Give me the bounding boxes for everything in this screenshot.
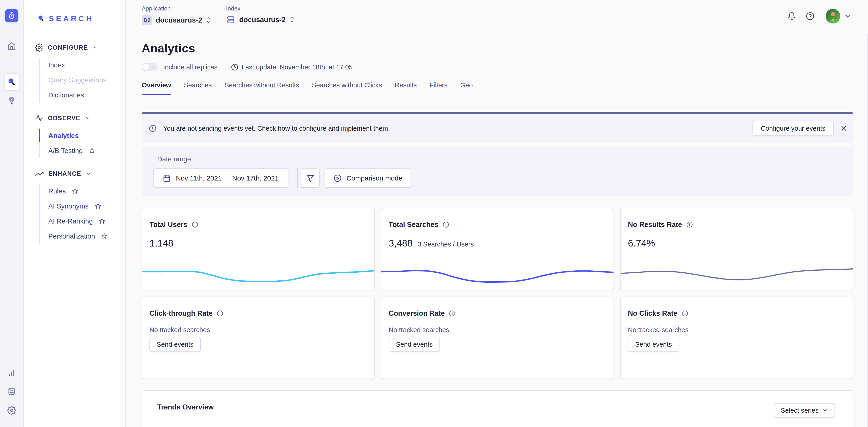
topbar: Application D2 docusaurus-2 Index docusa… bbox=[126, 0, 868, 32]
date-range-picker-button[interactable]: Nov 11th, 2021 Nov 17th, 2021 bbox=[153, 168, 288, 188]
events-banner: You are not sending events yet. Check ho… bbox=[142, 112, 853, 143]
comparison-mode-button[interactable]: Comparison mode bbox=[324, 168, 411, 188]
info-icon[interactable] bbox=[681, 310, 688, 317]
application-select[interactable]: D2 docusaurus-2 bbox=[142, 15, 212, 25]
send-events-button[interactable]: Send events bbox=[150, 337, 201, 352]
sidebar-item-query-suggestions[interactable]: Query Suggestions bbox=[40, 73, 125, 88]
star-icon[interactable] bbox=[101, 233, 108, 240]
star-icon[interactable] bbox=[99, 218, 105, 225]
activity-icon bbox=[35, 114, 43, 122]
search-product-icon[interactable] bbox=[4, 73, 19, 91]
info-icon[interactable] bbox=[449, 310, 456, 317]
date-start: Nov 11th, 2021 bbox=[176, 174, 222, 182]
send-events-button[interactable]: Send events bbox=[389, 337, 440, 352]
card-value: 6.74% bbox=[628, 238, 655, 249]
rail-divider bbox=[6, 31, 18, 31]
card-title: Total Searches bbox=[389, 221, 438, 229]
sidebar-item-rules[interactable]: Rules bbox=[40, 184, 125, 199]
rail-bottom-icons bbox=[7, 369, 16, 415]
sidebar-item-label: Query Suggestions bbox=[48, 76, 106, 84]
index-value: docusaurus-2 bbox=[239, 16, 285, 24]
lightbulb-bolt-icon[interactable] bbox=[7, 96, 16, 106]
tab-searches[interactable]: Searches bbox=[184, 81, 212, 95]
sidebar-item-index[interactable]: Index bbox=[40, 58, 125, 73]
card-title: No Results Rate bbox=[628, 221, 682, 229]
tab-results[interactable]: Results bbox=[395, 81, 417, 95]
filter-funnel-button[interactable] bbox=[301, 168, 320, 188]
sidebar-item-label: A/B Testing bbox=[48, 147, 83, 155]
total-users-sparkline bbox=[142, 253, 375, 287]
tab-overview[interactable]: Overview bbox=[142, 81, 171, 95]
sidebar-item-label: AI Re-Ranking bbox=[48, 217, 93, 225]
sidebar-divider bbox=[29, 32, 120, 32]
gear-icon[interactable] bbox=[7, 405, 16, 415]
metric-cards-row-1: Total Users 1,148 Total Searches 3,488 3… bbox=[142, 208, 853, 290]
nav-group-label: ENHANCE bbox=[48, 170, 81, 177]
bar-chart-icon[interactable] bbox=[7, 369, 16, 377]
user-avatar[interactable] bbox=[826, 9, 840, 24]
chevron-down-icon bbox=[93, 45, 98, 50]
nav-group-observe: OBSERVE Analytics A/B Testing bbox=[24, 114, 125, 158]
configure-events-button[interactable]: Configure your events bbox=[752, 121, 834, 136]
star-icon[interactable] bbox=[89, 147, 95, 154]
account-chevron-down-icon[interactable] bbox=[844, 12, 851, 20]
database-icon[interactable] bbox=[7, 387, 16, 396]
empty-state-text: No tracked searches bbox=[150, 326, 367, 334]
select-series-button[interactable]: Select series bbox=[774, 403, 835, 418]
trending-up-icon bbox=[35, 170, 44, 178]
tab-filters[interactable]: Filters bbox=[429, 81, 447, 95]
app-switcher-stopwatch-icon[interactable] bbox=[5, 9, 18, 22]
metric-cards-row-2: Click-through Rate No tracked searches S… bbox=[142, 297, 853, 379]
home-icon[interactable] bbox=[7, 41, 16, 51]
chevron-down-icon bbox=[822, 407, 828, 413]
sidebar-item-label: Dictionaries bbox=[48, 91, 84, 99]
toggle-label: Include all replicas bbox=[163, 64, 218, 71]
card-total-searches: Total Searches 3,488 3 Searches / Users bbox=[381, 208, 614, 290]
toggle-knob bbox=[143, 64, 149, 71]
card-no-clicks-rate: No Clicks Rate No tracked searches Send … bbox=[620, 297, 853, 379]
sidebar-item-analytics[interactable]: Analytics bbox=[40, 128, 125, 143]
scrollbar[interactable] bbox=[867, 34, 868, 427]
tab-searches-without-results[interactable]: Searches without Results bbox=[225, 81, 299, 95]
topbar-right bbox=[787, 0, 851, 32]
tab-geo[interactable]: Geo bbox=[460, 81, 473, 95]
main-content: Application D2 docusaurus-2 Index docusa… bbox=[126, 0, 868, 427]
sidebar-item-ai-re-ranking[interactable]: AI Re-Ranking bbox=[40, 214, 125, 229]
sidebar-item-dictionaries[interactable]: Dictionaries bbox=[40, 88, 125, 103]
empty-state-text: No tracked searches bbox=[389, 326, 606, 334]
banner-close-icon[interactable] bbox=[840, 125, 847, 132]
comparison-mode-label: Comparison mode bbox=[346, 174, 402, 182]
sidebar-item-ai-synonyms[interactable]: AI Synonyms bbox=[40, 199, 125, 214]
last-update-text: Last update: November 18th, at 17:05 bbox=[242, 64, 353, 71]
star-icon[interactable] bbox=[95, 203, 101, 210]
card-title: Click-through Rate bbox=[150, 309, 213, 318]
nav-group-header-observe[interactable]: OBSERVE bbox=[35, 114, 125, 122]
sidebar: SEARCH CONFIGURE Index Query Suggestions… bbox=[24, 0, 126, 427]
include-replicas-toggle[interactable] bbox=[142, 63, 158, 71]
nav-group-header-configure[interactable]: CONFIGURE bbox=[35, 43, 125, 52]
banner-text: You are not sending events yet. Check ho… bbox=[163, 125, 390, 132]
card-value: 3,488 bbox=[389, 238, 412, 249]
sidebar-item-ab-testing[interactable]: A/B Testing bbox=[40, 143, 125, 158]
tab-searches-without-clicks[interactable]: Searches without Clicks bbox=[312, 81, 382, 95]
index-select[interactable]: docusaurus-2 bbox=[226, 15, 295, 24]
help-icon[interactable] bbox=[806, 11, 815, 21]
info-icon[interactable] bbox=[442, 221, 449, 228]
index-server-icon bbox=[226, 15, 236, 24]
search-logo[interactable]: SEARCH bbox=[37, 14, 125, 23]
sidebar-item-personalization[interactable]: Personalization bbox=[40, 229, 125, 244]
nav-group-label: CONFIGURE bbox=[48, 44, 88, 51]
sidebar-item-label: AI Synonyms bbox=[48, 202, 89, 210]
nav-group-label: OBSERVE bbox=[48, 115, 81, 122]
empty-state-text: No tracked searches bbox=[628, 326, 845, 334]
card-total-users: Total Users 1,148 bbox=[142, 208, 375, 290]
notifications-bell-icon[interactable] bbox=[787, 11, 796, 21]
send-events-button[interactable]: Send events bbox=[628, 337, 679, 352]
trends-title: Trends Overview bbox=[157, 403, 214, 411]
info-icon[interactable] bbox=[217, 310, 223, 317]
info-icon[interactable] bbox=[192, 221, 198, 228]
star-icon[interactable] bbox=[72, 188, 79, 195]
application-badge: D2 bbox=[142, 15, 152, 25]
info-icon[interactable] bbox=[686, 221, 693, 228]
nav-group-header-enhance[interactable]: ENHANCE bbox=[35, 170, 125, 178]
